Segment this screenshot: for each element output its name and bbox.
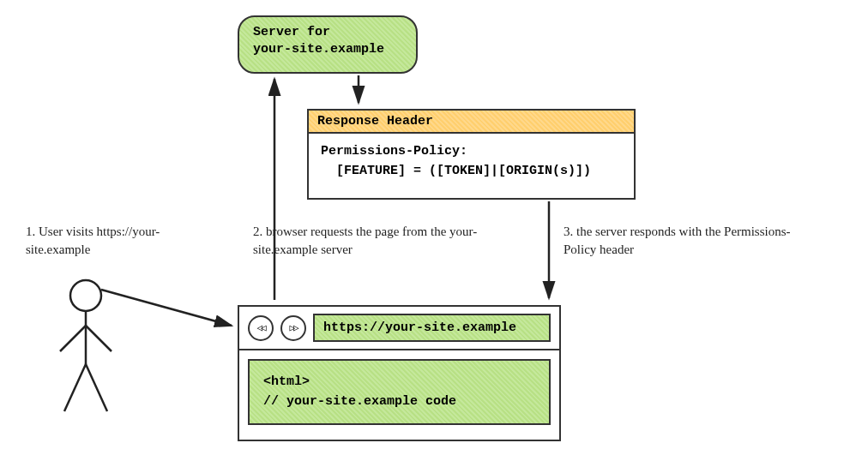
url-bar: https://your-site.example xyxy=(313,314,551,342)
code-line2: // your-site.example code xyxy=(263,392,535,412)
server-line2: your-site.example xyxy=(253,41,402,58)
code-line1: <html> xyxy=(263,373,535,392)
svg-line-2 xyxy=(60,326,86,351)
svg-point-0 xyxy=(70,280,101,311)
response-body: Permissions-Policy: [FEATURE] = ([TOKEN]… xyxy=(309,134,634,189)
step1-caption: 1. User visits https://your-site.example xyxy=(26,223,214,259)
svg-line-3 xyxy=(86,326,112,351)
forward-icon: ▷▷ xyxy=(280,315,306,341)
browser-content: <html> // your-site.example code xyxy=(248,359,551,425)
policy-value: [FEATURE] = ([TOKEN]|[ORIGIN(s)]) xyxy=(321,162,622,182)
server-box: Server for your-site.example xyxy=(238,15,418,74)
back-icon: ◁◁ xyxy=(248,315,274,341)
svg-line-5 xyxy=(86,364,107,411)
svg-line-4 xyxy=(64,364,86,411)
browser-window: ◁◁ ▷▷ https://your-site.example <html> /… xyxy=(238,305,561,441)
user-icon xyxy=(51,274,129,420)
step3-caption: 3. the server responds with the Permissi… xyxy=(564,223,804,259)
response-header-box: Response Header Permissions-Policy: [FEA… xyxy=(307,109,636,200)
server-line1: Server for xyxy=(253,24,402,41)
policy-label: Permissions-Policy: xyxy=(321,142,622,162)
response-header-title: Response Header xyxy=(309,111,634,134)
browser-toolbar: ◁◁ ▷▷ https://your-site.example xyxy=(239,307,559,350)
step2-caption: 2. browser requests the page from the yo… xyxy=(253,223,510,259)
